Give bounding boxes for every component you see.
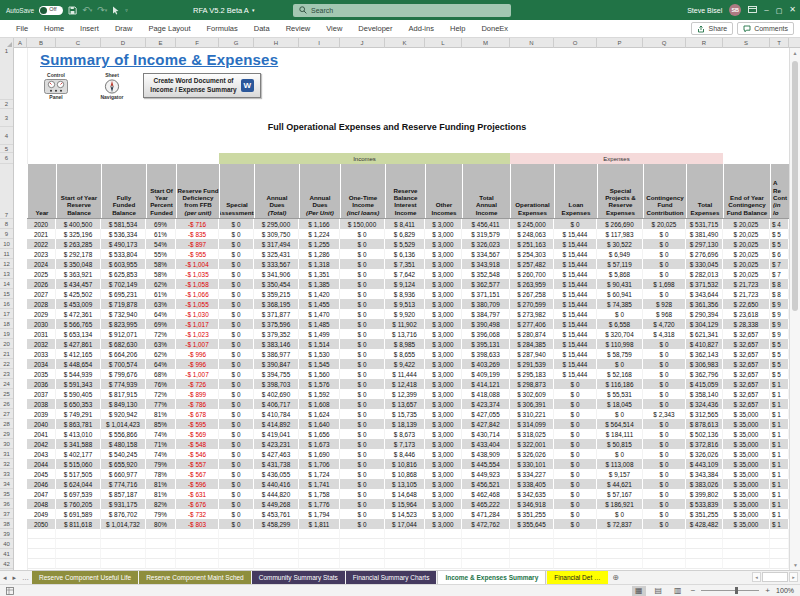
cell[interactable]: $ 465,222	[462, 499, 510, 509]
cell[interactable]: $ 3,000	[425, 409, 462, 419]
cell[interactable]	[27, 529, 56, 539]
cell[interactable]: $ 581,534	[101, 219, 146, 229]
cell[interactable]: $ 448,654	[56, 359, 101, 369]
cell[interactable]: $ 823,995	[101, 319, 146, 329]
cell[interactable]: 69%	[146, 319, 176, 329]
cell[interactable]: $ 427,055	[462, 409, 510, 419]
row-number-31[interactable]: 31	[0, 449, 13, 459]
cell[interactable]	[597, 539, 643, 549]
cell[interactable]: $ 857,187	[101, 489, 146, 499]
cell[interactable]: $ 0	[340, 229, 385, 239]
cell[interactable]: -$ 1,007	[176, 369, 219, 379]
cell[interactable]: $ 6,136	[385, 249, 425, 259]
cell[interactable]: $ 0	[219, 409, 254, 419]
cell[interactable]: $ 3,000	[425, 279, 462, 289]
row-number-26[interactable]: 26	[0, 399, 13, 409]
column-header[interactable]: Start OfYearPercentFunded	[146, 164, 176, 218]
cell[interactable]: $ 32,657	[723, 359, 770, 369]
cell[interactable]: -$ 1,035	[176, 269, 219, 279]
cell[interactable]: $ 0	[597, 449, 643, 459]
cell[interactable]: $ 440,416	[254, 479, 299, 489]
cell[interactable]: $ 653,134	[56, 329, 101, 339]
cell[interactable]: $ 284,385	[510, 339, 554, 349]
cell[interactable]: $ 35,000	[723, 469, 770, 479]
cell[interactable]: $ 0	[643, 489, 686, 499]
cell[interactable]: 71%	[146, 439, 176, 449]
sheet-tab-community-summary-stats[interactable]: Community Summary Stats	[252, 571, 345, 584]
cell[interactable]: $ 0	[340, 269, 385, 279]
cell[interactable]: $ 0	[597, 359, 643, 369]
cell[interactable]: $ 379,352	[254, 329, 299, 339]
cell[interactable]	[254, 539, 299, 549]
cell[interactable]: $ 540,245	[101, 449, 146, 459]
cell[interactable]: $ 0	[340, 399, 385, 409]
cell[interactable]: $ 453,009	[56, 299, 101, 309]
cell[interactable]: 2047	[27, 489, 56, 499]
cell[interactable]: $ 398,703	[254, 379, 299, 389]
column-header[interactable]: SpecialProjects &ReserveExpenses	[597, 164, 643, 218]
cell[interactable]: $ 0	[340, 469, 385, 479]
cell[interactable]: $ 1,286	[299, 249, 340, 259]
cell[interactable]: $ 52,168	[597, 369, 643, 379]
cell[interactable]: $ 5	[770, 239, 789, 249]
cell[interactable]: $ 0	[219, 389, 254, 399]
cell[interactable]: $ 0	[643, 439, 686, 449]
cell[interactable]: $ 273,982	[510, 309, 554, 319]
cell[interactable]: $ 0	[219, 449, 254, 459]
cell[interactable]: $ 1	[770, 399, 789, 409]
cell[interactable]: $ 35,000	[723, 489, 770, 499]
cell[interactable]: $ 9,157	[597, 469, 643, 479]
cell[interactable]: $ 0	[340, 299, 385, 309]
cell[interactable]: 2022	[27, 239, 56, 249]
cell[interactable]: $ 625,853	[101, 269, 146, 279]
row-number-22[interactable]: 22	[0, 359, 13, 369]
cell[interactable]: $ 0	[219, 349, 254, 359]
cell[interactable]: $ 0	[554, 379, 597, 389]
cell[interactable]: $ 266,690	[597, 219, 643, 229]
column-header[interactable]: AReCont(inlo	[770, 164, 789, 218]
scroll-up-icon[interactable]: ▲	[790, 48, 800, 58]
cell[interactable]: $ 3,000	[425, 349, 462, 359]
cell[interactable]: $ 0	[643, 269, 686, 279]
cell[interactable]	[340, 529, 385, 539]
cell[interactable]	[643, 559, 686, 569]
autosave-toggle[interactable]: Off	[39, 6, 63, 15]
cell[interactable]	[385, 529, 425, 539]
cell[interactable]: $ 1	[770, 409, 789, 419]
cell[interactable]: $ 8,655	[385, 349, 425, 359]
cell[interactable]	[385, 559, 425, 569]
cell[interactable]: $ 3,000	[425, 369, 462, 379]
cell[interactable]: -$ 569	[176, 429, 219, 439]
cell[interactable]: $ 799,676	[101, 369, 146, 379]
cell[interactable]: 2050	[27, 519, 56, 529]
cell[interactable]: $ 453,761	[254, 509, 299, 519]
cell[interactable]: $ 32,657	[723, 399, 770, 409]
cell[interactable]: $ 380,709	[462, 299, 510, 309]
cell[interactable]: $ 32,657	[723, 369, 770, 379]
cell[interactable]: 61%	[146, 289, 176, 299]
cell[interactable]: $ 1,485	[299, 319, 340, 329]
cell[interactable]: $ 394,755	[254, 369, 299, 379]
cell[interactable]: $ 1,420	[299, 289, 340, 299]
cell[interactable]	[597, 529, 643, 539]
cell[interactable]: $ 0	[554, 409, 597, 419]
cell[interactable]: $ 20,025	[723, 259, 770, 269]
cell[interactable]: $ 32,657	[723, 329, 770, 339]
cell[interactable]: $ 920,942	[101, 409, 146, 419]
cell[interactable]: $ 863,781	[56, 419, 101, 429]
column-letter-E[interactable]: E	[146, 38, 176, 48]
cell[interactable]: $ 0	[554, 419, 597, 429]
cell[interactable]	[686, 559, 723, 569]
cell[interactable]: $ 591,343	[56, 379, 101, 389]
cell[interactable]: $ 419,041	[254, 429, 299, 439]
cell[interactable]	[146, 549, 176, 559]
cell[interactable]: $ 458,299	[254, 519, 299, 529]
cell[interactable]: $ 817,915	[101, 389, 146, 399]
cell[interactable]: 2040	[27, 419, 56, 429]
cell[interactable]	[385, 549, 425, 559]
cell[interactable]	[176, 559, 219, 569]
cell[interactable]	[425, 529, 462, 539]
cell[interactable]: $ 21,723	[723, 279, 770, 289]
row-number-4[interactable]: 4	[0, 127, 13, 145]
cell[interactable]: $ 434,457	[56, 279, 101, 289]
